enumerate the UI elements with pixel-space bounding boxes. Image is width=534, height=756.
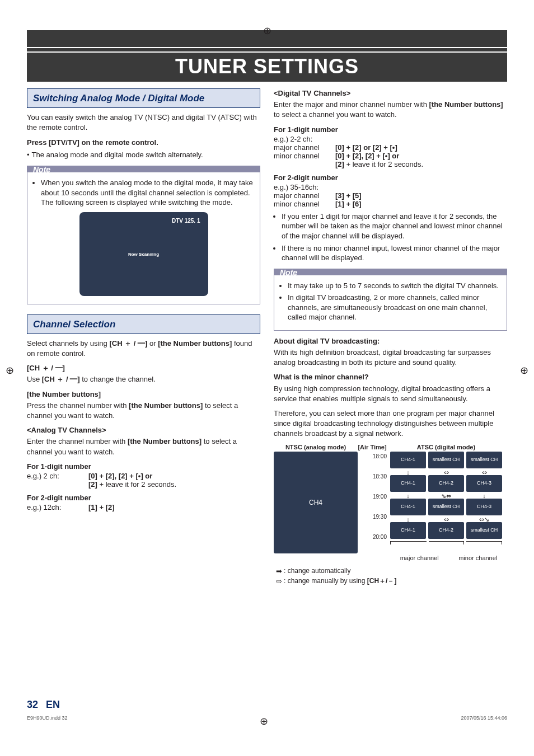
example-row: [2] + leave it for 2 seconds.	[335, 160, 507, 168]
atsc-cell: smallest CH	[428, 452, 464, 468]
atsc-cell: smallest CH	[466, 452, 502, 468]
channel-diagram: NTSC (analog mode) CH4 [Air Time] 18:00 …	[274, 444, 507, 553]
atsc-cell: smallest CH	[466, 522, 502, 539]
body-text: Enter the major and minor channel number…	[274, 100, 507, 120]
note-box: Note When you switch the analog mode to …	[27, 166, 260, 304]
bullet-text: The analog mode and digital mode switch …	[27, 150, 260, 160]
note-item: When you switch the analog mode to the d…	[41, 178, 254, 208]
right-column: <Digital TV Channels> Enter the major an…	[274, 88, 507, 587]
body-text: With its high definition broadcast, digi…	[274, 348, 507, 368]
tv-status-text: Now Scanning	[128, 251, 159, 256]
body-text: Select channels by using [CH ＋ / ━] or […	[27, 339, 260, 359]
example-row: major channel [3] + [5]	[274, 191, 507, 200]
tv-channel-indicator: DTV 125. 1	[172, 218, 200, 224]
arrow-down-icon: ↓	[390, 493, 426, 499]
example-row: [2] + leave it for 2 seconds.	[88, 480, 260, 489]
subhead: <Analog TV Channels>	[27, 425, 260, 435]
atsc-cell: CH4-2	[428, 475, 464, 492]
atsc-cell: smallest CH	[428, 499, 464, 515]
example-row: e.g.) 2-2 ch:	[274, 135, 507, 143]
atsc-cell: CH4-1	[390, 522, 426, 539]
arrow-outline-icon: ⇨	[274, 577, 284, 585]
atsc-cell: CH4-3	[466, 475, 502, 492]
registration-mark-icon: ⊕	[520, 364, 528, 377]
subhead: [CH ＋ / ━]	[27, 363, 260, 373]
bullet-text: If you enter 1 digit for major channel a…	[282, 212, 507, 241]
subhead: For 2-digit number	[274, 173, 507, 183]
body-text: You can easily switch the analog TV (NTS…	[27, 112, 260, 133]
page-number: 32	[27, 699, 38, 711]
note-box: Note It may take up to 5 to 7 seconds to…	[274, 269, 507, 331]
subhead: For 2-digit number	[27, 493, 260, 503]
section-channel-selection: Channel Selection	[27, 314, 260, 334]
registration-mark-icon: ⊕	[260, 715, 268, 727]
subhead: What is the minor channel?	[274, 372, 507, 382]
note-label: Note	[278, 268, 299, 277]
example-row: e.g.) 2 ch: [0] + [2], [2] + [•] or	[27, 472, 260, 480]
body-text: By using high compression technology, di…	[274, 384, 507, 404]
arrow-down-icon: ↓	[390, 516, 426, 522]
note-label: Note	[31, 165, 53, 174]
left-column: Switching Analog Mode / Digital Mode You…	[27, 88, 260, 587]
legend: ➡ : change automatically ⇨ : change manu…	[274, 567, 507, 586]
body-text: Therefore, you can select more than one …	[274, 408, 507, 439]
page-title: TUNER SETTINGS	[27, 53, 507, 82]
arrow-down-icon: ↓	[466, 493, 502, 499]
example-row: e.g.) 12ch: [1] + [2]	[27, 503, 260, 511]
registration-mark-icon: ⊕	[6, 364, 14, 377]
ntsc-block: CH4	[274, 452, 358, 553]
example-row: minor channel [0] + [2], [2] + [•] or	[274, 152, 507, 160]
example-row: e.g.) 35-16ch:	[274, 183, 507, 191]
subhead: About digital TV broadcasting:	[274, 336, 507, 346]
arrow-leftright-icon: ⇔	[466, 469, 502, 475]
atsc-cell: CH4-1	[390, 475, 426, 492]
arrow-solid-icon: ➡	[274, 567, 284, 575]
subhead: [the Number buttons]	[27, 389, 260, 400]
atsc-cell: CH4-1	[390, 499, 426, 515]
arrow-diag-icon: ⇘⇔	[428, 493, 464, 499]
page-footer: 32 EN	[27, 699, 507, 711]
section-switch-mode: Switching Analog Mode / Digital Mode	[27, 88, 260, 108]
note-item: In digital TV broadcasting, 2 or more ch…	[288, 293, 501, 322]
footer-date: 2007/05/16 15:44:06	[461, 715, 507, 727]
footer-file: E9H90UD.indd 32	[27, 715, 68, 727]
diagram-caption: major channel minor channel	[274, 555, 507, 561]
page-lang: EN	[46, 699, 60, 711]
subhead: <Digital TV Channels>	[274, 88, 507, 98]
body-text: Use [CH ＋ / ━] to change the channel.	[27, 374, 260, 384]
body-text: Enter the channel number with [the Numbe…	[27, 436, 260, 457]
instruction: Press [DTV/TV] on the remote control.	[27, 138, 260, 148]
note-item: It may take up to 5 to 7 seconds to swit…	[288, 281, 501, 291]
example-row: major channel [0] + [2] or [2] + [•]	[274, 143, 507, 152]
subhead: For 1-digit number	[274, 125, 507, 135]
atsc-cell: CH4-3	[466, 499, 502, 515]
arrow-leftright-icon: ⇔	[428, 516, 464, 522]
atsc-cell: CH4-2	[428, 522, 464, 539]
registration-mark-icon: ⊕	[263, 25, 271, 37]
subhead: For 1-digit number	[27, 462, 260, 472]
example-row: minor channel [1] + [6]	[274, 200, 507, 208]
arrow-down-icon: ↓	[390, 469, 426, 475]
arrow-diag-icon: ⇔↘	[466, 516, 502, 522]
arrow-leftright-icon: ⇔	[428, 469, 464, 475]
bullet-text: If there is no minor channel input, lowe…	[282, 243, 507, 263]
header-bands: TUNER SETTINGS	[27, 30, 507, 82]
atsc-cell: CH4-1	[390, 452, 426, 468]
tv-screen-illustration: DTV 125. 1 Now Scanning	[79, 212, 208, 296]
body-text: Press the channel number with [the Numbe…	[27, 401, 260, 421]
